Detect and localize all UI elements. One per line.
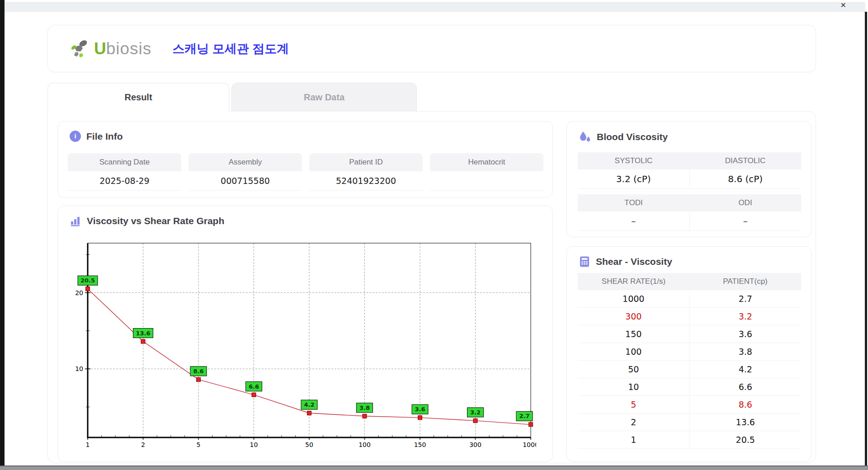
ubiosis-logo: Ubiosis bbox=[71, 39, 151, 59]
blood-viscosity-title-row: Blood Viscosity bbox=[579, 131, 668, 143]
data-point-label: 2.7 bbox=[519, 413, 529, 419]
x-axis-tick-label: 150 bbox=[414, 441, 426, 448]
shear-table-row: 213.6 bbox=[578, 414, 801, 431]
shear-rate-cell: 150 bbox=[578, 325, 690, 343]
shear-rate-cell: 300 bbox=[578, 308, 690, 325]
data-point-label: 8.6 bbox=[193, 368, 203, 375]
window-right-edge bbox=[865, 12, 867, 465]
odi-header: ODI bbox=[689, 194, 801, 212]
blood-viscosity-card: Blood Viscosity SYSTOLIC DIASTOLIC 3.2 (… bbox=[566, 121, 811, 237]
x-axis-tick-label: 50 bbox=[305, 441, 313, 448]
data-point-marker bbox=[363, 414, 367, 418]
patient-column-header: PATIENT(cp) bbox=[689, 273, 801, 290]
file-info-title: File Info bbox=[86, 131, 123, 142]
shear-viscosity-title: Shear - Viscosity bbox=[596, 256, 672, 267]
shear-table-row: 106.6 bbox=[578, 378, 801, 396]
shear-rate-cell: 2 bbox=[578, 414, 690, 431]
graph-card: Viscosity vs Shear Rate Graph 20.513.68.… bbox=[57, 206, 553, 462]
header-card: Ubiosis 스캐닝 모세관 점도계 bbox=[47, 25, 816, 72]
odi-value: – bbox=[690, 212, 802, 231]
viscosity-chart: 20.513.68.66.64.23.83.63.22.710201251050… bbox=[75, 240, 536, 454]
shear-rate-cell: 1 bbox=[578, 431, 690, 449]
x-axis-tick-label: 1 bbox=[86, 441, 90, 448]
patient-cp-cell: 2.7 bbox=[690, 290, 802, 308]
shear-table-row: 10002.7 bbox=[578, 290, 801, 308]
patient-cp-cell: 13.6 bbox=[690, 414, 802, 431]
patient-cp-cell: 6.6 bbox=[690, 378, 802, 396]
graph-title-row: Viscosity vs Shear Rate Graph bbox=[70, 215, 224, 227]
shear-rate-cell: 1000 bbox=[578, 290, 690, 308]
data-point-label: 3.6 bbox=[415, 406, 425, 413]
shear-table-row: 58.6 bbox=[578, 396, 801, 414]
file-info-field-hematocrit: Hematocrit bbox=[430, 153, 543, 191]
y-axis-tick-label: 10 bbox=[75, 365, 83, 372]
x-axis-tick-label: 1000 bbox=[523, 441, 536, 448]
shear-rate-column-header: SHEAR RATE(1/s) bbox=[578, 273, 689, 290]
patient-cp-cell: 20.5 bbox=[690, 431, 802, 449]
shear-table-row: 120.5 bbox=[578, 431, 801, 449]
y-axis-tick-label: 20 bbox=[75, 289, 83, 296]
bv-header-row-1: SYSTOLIC DIASTOLIC bbox=[578, 152, 801, 169]
systolic-value: 3.2 (cP) bbox=[578, 169, 690, 189]
field-label: Hematocrit bbox=[430, 153, 543, 171]
chart-svg: 20.513.68.66.64.23.83.63.22.710201251050… bbox=[75, 240, 536, 452]
todi-value: – bbox=[578, 212, 690, 231]
blood-viscosity-table: SYSTOLIC DIASTOLIC 3.2 (cP) 8.6 (cP) TOD… bbox=[578, 152, 801, 231]
logo-text: Ubiosis bbox=[94, 40, 151, 57]
data-point-label: 3.2 bbox=[470, 409, 481, 416]
file-info-card: i File Info Scanning Date2025-08-29Assem… bbox=[57, 121, 553, 197]
graph-title: Viscosity vs Shear Rate Graph bbox=[87, 216, 224, 226]
shear-viscosity-card: Shear - Viscosity SHEAR RATE(1/s) PATIEN… bbox=[566, 246, 811, 462]
patient-cp-cell: 8.6 bbox=[690, 396, 802, 414]
data-point-marker bbox=[473, 418, 477, 423]
shear-rate-cell: 5 bbox=[578, 396, 690, 414]
diastolic-header: DIASTOLIC bbox=[689, 152, 801, 169]
blood-viscosity-title: Blood Viscosity bbox=[597, 132, 668, 142]
bv-value-row-1: 3.2 (cP) 8.6 (cP) bbox=[578, 169, 801, 189]
file-info-fields: Scanning Date2025-08-29Assembly000715580… bbox=[68, 153, 543, 191]
window-titlebar bbox=[5, 2, 865, 12]
close-icon[interactable]: ✕ bbox=[840, 2, 846, 9]
field-value bbox=[430, 171, 543, 191]
shear-table-row: 1503.6 bbox=[578, 325, 801, 343]
field-label: Assembly bbox=[189, 153, 302, 171]
data-point-marker bbox=[529, 423, 533, 427]
bar-chart-icon bbox=[70, 215, 81, 227]
field-label: Scanning Date bbox=[68, 153, 181, 171]
window-bottom-edge bbox=[0, 465, 868, 470]
x-axis-tick-label: 300 bbox=[469, 441, 481, 448]
x-axis-tick-label: 100 bbox=[359, 441, 371, 448]
logo-letter-u: U bbox=[94, 39, 106, 58]
shear-rate-cell: 100 bbox=[578, 343, 690, 361]
patient-cp-cell: 3.8 bbox=[690, 343, 802, 361]
shear-viscosity-table: SHEAR RATE(1/s) PATIENT(cp) 10002.73003.… bbox=[578, 273, 801, 449]
todi-header: TODI bbox=[578, 194, 689, 212]
field-value: 52401923200 bbox=[309, 171, 423, 191]
shear-rate-cell: 50 bbox=[578, 361, 690, 378]
calculator-icon bbox=[579, 256, 590, 268]
data-point-marker bbox=[86, 287, 90, 291]
bv-header-row-2: TODI ODI bbox=[578, 194, 801, 212]
diastolic-value: 8.6 (cP) bbox=[690, 169, 802, 189]
window-left-edge bbox=[0, 0, 5, 470]
systolic-header: SYSTOLIC bbox=[578, 152, 689, 169]
bv-value-row-2: – – bbox=[578, 212, 801, 231]
data-point-label: 6.6 bbox=[249, 383, 259, 390]
water-drops-icon bbox=[579, 131, 591, 143]
tab-result[interactable]: Result bbox=[47, 83, 229, 112]
shear-viscosity-title-row: Shear - Viscosity bbox=[579, 256, 672, 268]
logo-word-rest: biosis bbox=[106, 39, 152, 58]
x-axis-tick-label: 10 bbox=[250, 441, 258, 448]
shear-table-row: 504.2 bbox=[578, 361, 801, 378]
tab-raw-data[interactable]: Raw Data bbox=[231, 83, 417, 112]
shear-table-header: SHEAR RATE(1/s) PATIENT(cp) bbox=[578, 273, 801, 290]
field-value: 2025-08-29 bbox=[68, 171, 181, 191]
ubiosis-logo-icon bbox=[71, 39, 90, 59]
field-value: 000715580 bbox=[189, 171, 302, 191]
shear-rate-cell: 10 bbox=[578, 378, 690, 396]
data-point-label: 3.8 bbox=[359, 404, 370, 411]
file-info-field-assembly: Assembly000715580 bbox=[189, 153, 302, 191]
field-label: Patient ID bbox=[309, 153, 423, 171]
app-title: 스캐닝 모세관 점도계 bbox=[172, 41, 289, 57]
x-axis-tick-label: 2 bbox=[141, 441, 145, 448]
